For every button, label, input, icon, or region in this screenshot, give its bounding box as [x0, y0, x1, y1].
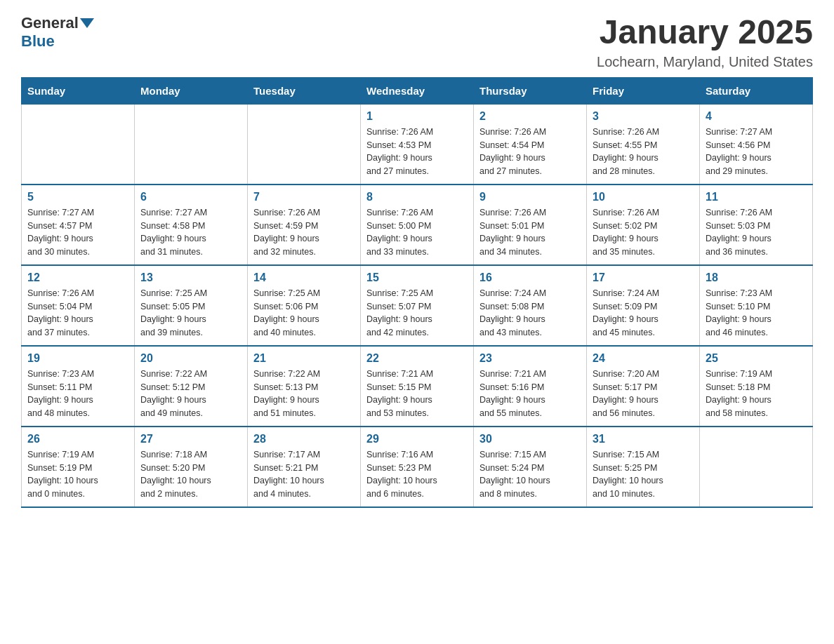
day-number: 15: [366, 271, 468, 284]
day-number: 19: [27, 352, 128, 365]
calendar-cell: 5Sunrise: 7:27 AMSunset: 4:57 PMDaylight…: [22, 185, 135, 265]
day-number: 4: [706, 110, 807, 123]
day-info: Sunrise: 7:15 AMSunset: 5:25 PMDaylight:…: [593, 448, 694, 501]
day-number: 25: [706, 352, 807, 365]
day-number: 29: [366, 433, 468, 445]
day-info: Sunrise: 7:23 AMSunset: 5:10 PMDaylight:…: [706, 287, 807, 340]
day-number: 7: [253, 191, 355, 203]
day-info: Sunrise: 7:26 AMSunset: 5:01 PMDaylight:…: [479, 206, 581, 259]
logo-general-text: General: [21, 14, 79, 32]
day-number: 11: [706, 191, 807, 203]
calendar-cell: 2Sunrise: 7:26 AMSunset: 4:54 PMDaylight…: [474, 104, 587, 185]
day-number: 28: [253, 433, 355, 445]
calendar-cell: [248, 104, 361, 185]
day-info: Sunrise: 7:25 AMSunset: 5:06 PMDaylight:…: [253, 287, 355, 340]
day-info: Sunrise: 7:18 AMSunset: 5:20 PMDaylight:…: [140, 448, 241, 501]
title-section: January 2025 Lochearn, Maryland, United …: [597, 14, 813, 70]
day-info: Sunrise: 7:24 AMSunset: 5:09 PMDaylight:…: [593, 287, 694, 340]
day-number: 22: [366, 352, 468, 365]
day-info: Sunrise: 7:26 AMSunset: 5:02 PMDaylight:…: [593, 206, 694, 259]
calendar-cell: 9Sunrise: 7:26 AMSunset: 5:01 PMDaylight…: [474, 185, 587, 265]
day-number: 21: [253, 352, 355, 365]
day-number: 24: [593, 352, 694, 365]
header-monday: Monday: [135, 77, 248, 104]
header-friday: Friday: [587, 77, 700, 104]
calendar-cell: 30Sunrise: 7:15 AMSunset: 5:24 PMDayligh…: [474, 427, 587, 507]
day-info: Sunrise: 7:23 AMSunset: 5:11 PMDaylight:…: [27, 368, 128, 420]
day-info: Sunrise: 7:27 AMSunset: 4:57 PMDaylight:…: [27, 206, 128, 259]
day-info: Sunrise: 7:16 AMSunset: 5:23 PMDaylight:…: [366, 448, 468, 501]
calendar-cell: 25Sunrise: 7:19 AMSunset: 5:18 PMDayligh…: [700, 346, 813, 427]
calendar-cell: [700, 427, 813, 507]
day-number: 18: [706, 271, 807, 284]
calendar-cell: 24Sunrise: 7:20 AMSunset: 5:17 PMDayligh…: [587, 346, 700, 427]
day-number: 10: [593, 191, 694, 203]
calendar-cell: 4Sunrise: 7:27 AMSunset: 4:56 PMDaylight…: [700, 104, 813, 185]
calendar-cell: 17Sunrise: 7:24 AMSunset: 5:09 PMDayligh…: [587, 265, 700, 346]
page-header: General Blue January 2025 Lochearn, Mary…: [21, 14, 813, 70]
day-number: 8: [366, 191, 468, 203]
calendar-cell: 1Sunrise: 7:26 AMSunset: 4:53 PMDaylight…: [361, 104, 474, 185]
day-info: Sunrise: 7:21 AMSunset: 5:16 PMDaylight:…: [479, 368, 581, 420]
calendar-cell: 14Sunrise: 7:25 AMSunset: 5:06 PMDayligh…: [248, 265, 361, 346]
logo: General Blue: [21, 14, 95, 51]
calendar-subtitle: Lochearn, Maryland, United States: [597, 54, 813, 70]
calendar-cell: 28Sunrise: 7:17 AMSunset: 5:21 PMDayligh…: [248, 427, 361, 507]
header-wednesday: Wednesday: [361, 77, 474, 104]
day-info: Sunrise: 7:26 AMSunset: 4:55 PMDaylight:…: [593, 126, 694, 178]
day-number: 17: [593, 271, 694, 284]
calendar-cell: 15Sunrise: 7:25 AMSunset: 5:07 PMDayligh…: [361, 265, 474, 346]
day-number: 26: [27, 433, 128, 445]
calendar-cell: 31Sunrise: 7:15 AMSunset: 5:25 PMDayligh…: [587, 427, 700, 507]
day-number: 2: [479, 110, 581, 123]
day-info: Sunrise: 7:19 AMSunset: 5:18 PMDaylight:…: [706, 368, 807, 420]
day-number: 13: [140, 271, 241, 284]
header-tuesday: Tuesday: [248, 77, 361, 104]
calendar-cell: [22, 104, 135, 185]
calendar-cell: 12Sunrise: 7:26 AMSunset: 5:04 PMDayligh…: [22, 265, 135, 346]
header-saturday: Saturday: [700, 77, 813, 104]
day-number: 6: [140, 191, 241, 203]
calendar-cell: 7Sunrise: 7:26 AMSunset: 4:59 PMDaylight…: [248, 185, 361, 265]
calendar-cell: 18Sunrise: 7:23 AMSunset: 5:10 PMDayligh…: [700, 265, 813, 346]
day-info: Sunrise: 7:26 AMSunset: 4:54 PMDaylight:…: [479, 126, 581, 178]
day-info: Sunrise: 7:25 AMSunset: 5:07 PMDaylight:…: [366, 287, 468, 340]
day-number: 31: [593, 433, 694, 445]
calendar-week-row: 5Sunrise: 7:27 AMSunset: 4:57 PMDaylight…: [22, 185, 813, 265]
day-number: 16: [479, 271, 581, 284]
day-number: 12: [27, 271, 128, 284]
calendar-cell: 11Sunrise: 7:26 AMSunset: 5:03 PMDayligh…: [700, 185, 813, 265]
calendar-cell: 3Sunrise: 7:26 AMSunset: 4:55 PMDaylight…: [587, 104, 700, 185]
calendar-cell: 21Sunrise: 7:22 AMSunset: 5:13 PMDayligh…: [248, 346, 361, 427]
calendar-week-row: 26Sunrise: 7:19 AMSunset: 5:19 PMDayligh…: [22, 427, 813, 507]
calendar-week-row: 1Sunrise: 7:26 AMSunset: 4:53 PMDaylight…: [22, 104, 813, 185]
calendar-header-row: Sunday Monday Tuesday Wednesday Thursday…: [22, 77, 813, 104]
day-info: Sunrise: 7:21 AMSunset: 5:15 PMDaylight:…: [366, 368, 468, 420]
day-info: Sunrise: 7:22 AMSunset: 5:13 PMDaylight:…: [253, 368, 355, 420]
day-info: Sunrise: 7:26 AMSunset: 5:00 PMDaylight:…: [366, 206, 468, 259]
header-thursday: Thursday: [474, 77, 587, 104]
day-info: Sunrise: 7:26 AMSunset: 4:59 PMDaylight:…: [253, 206, 355, 259]
day-info: Sunrise: 7:15 AMSunset: 5:24 PMDaylight:…: [479, 448, 581, 501]
calendar-cell: 19Sunrise: 7:23 AMSunset: 5:11 PMDayligh…: [22, 346, 135, 427]
day-number: 23: [479, 352, 581, 365]
day-info: Sunrise: 7:26 AMSunset: 5:03 PMDaylight:…: [706, 206, 807, 259]
calendar-cell: 27Sunrise: 7:18 AMSunset: 5:20 PMDayligh…: [135, 427, 248, 507]
day-info: Sunrise: 7:17 AMSunset: 5:21 PMDaylight:…: [253, 448, 355, 501]
calendar-cell: 20Sunrise: 7:22 AMSunset: 5:12 PMDayligh…: [135, 346, 248, 427]
day-info: Sunrise: 7:27 AMSunset: 4:56 PMDaylight:…: [706, 126, 807, 178]
calendar-cell: 8Sunrise: 7:26 AMSunset: 5:00 PMDaylight…: [361, 185, 474, 265]
calendar-title: January 2025: [597, 14, 813, 51]
calendar-cell: 16Sunrise: 7:24 AMSunset: 5:08 PMDayligh…: [474, 265, 587, 346]
day-number: 3: [593, 110, 694, 123]
calendar-cell: [135, 104, 248, 185]
calendar-week-row: 19Sunrise: 7:23 AMSunset: 5:11 PMDayligh…: [22, 346, 813, 427]
day-info: Sunrise: 7:24 AMSunset: 5:08 PMDaylight:…: [479, 287, 581, 340]
calendar-table: Sunday Monday Tuesday Wednesday Thursday…: [21, 77, 813, 508]
header-sunday: Sunday: [22, 77, 135, 104]
day-info: Sunrise: 7:26 AMSunset: 4:53 PMDaylight:…: [366, 126, 468, 178]
day-number: 27: [140, 433, 241, 445]
day-number: 1: [366, 110, 468, 123]
calendar-cell: 22Sunrise: 7:21 AMSunset: 5:15 PMDayligh…: [361, 346, 474, 427]
calendar-cell: 23Sunrise: 7:21 AMSunset: 5:16 PMDayligh…: [474, 346, 587, 427]
